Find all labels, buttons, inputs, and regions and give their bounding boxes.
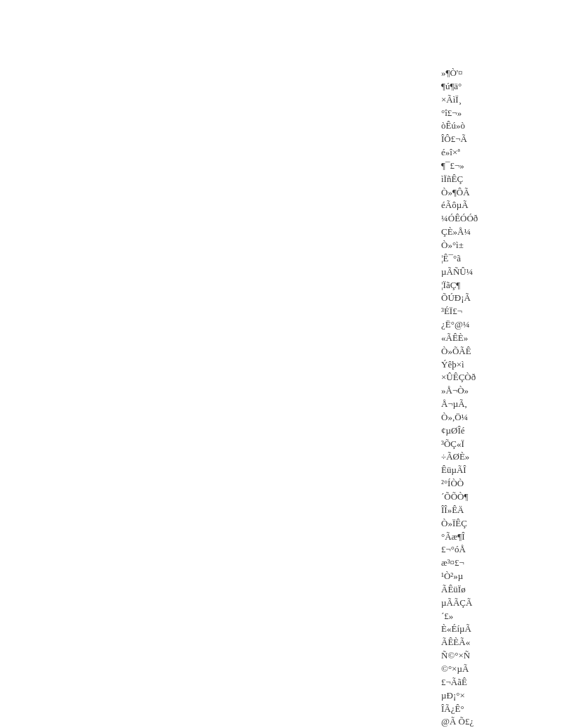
garbled-text-block: »¶Ò'¤ ¶ú¶ä° ×ÃìÏ¸ °î£¬» òÊú»ò ÎÔ£¬Ã é»î×… — [441, 67, 478, 728]
